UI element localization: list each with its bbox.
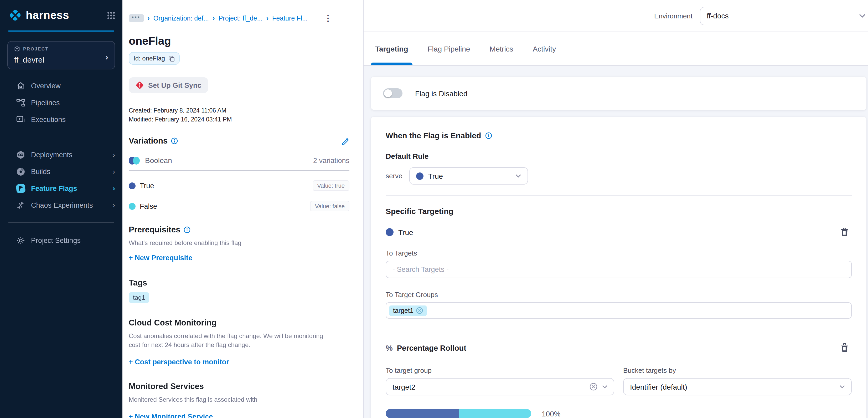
to-targets-label: To Targets [386,249,852,257]
rollout-distribution-row: 100% [386,409,852,418]
flag-state-label: Flag is Disabled [415,89,467,97]
clear-selection-icon[interactable] [590,383,597,391]
breadcrumb-ellipsis-icon[interactable]: ••• [129,14,144,22]
copy-icon[interactable] [168,55,175,62]
variation-name: True [140,182,154,189]
boolean-variation-icon [129,156,140,164]
flag-enabled-toggle[interactable] [383,88,402,98]
rollout-total-percent: 100% [542,409,561,418]
false-variation-dot-icon [129,203,135,210]
chevron-right-icon: › [147,14,150,22]
info-icon[interactable] [485,132,492,139]
environment-label: Environment [654,12,692,20]
sidebar-item-deployments[interactable]: Deployments › [0,146,122,163]
sidebar-item-label: Chaos Experiments [31,201,93,209]
chevron-right-icon: › [113,150,115,159]
delete-rollout-trash-icon[interactable] [841,344,848,352]
enabled-heading: When the Flag is Enabled [386,131,481,140]
prerequisites-description: What's required before enabling this fla… [129,239,336,248]
deployments-icon [16,150,25,159]
environment-panel: Environment ff-docs Targeting Flag Pipel… [364,0,868,418]
breadcrumb: ••• › Organization: def... › Project: ff… [129,14,349,22]
breadcrumb-feature-flags-link[interactable]: Feature Fl... [272,14,308,22]
delete-targeting-trash-icon[interactable] [841,228,848,237]
new-monitored-service-link[interactable]: + New Monitored Service [129,413,213,418]
chevron-right-icon: › [266,14,269,22]
tab-activity[interactable]: Activity [533,32,556,65]
breadcrumb-organization-link[interactable]: Organization: def... [153,14,209,22]
divider [386,195,852,196]
chevron-right-icon: › [213,14,215,22]
sidebar-item-label: Overview [31,82,61,90]
remove-chip-icon[interactable] [416,307,423,314]
sidebar-divider [8,137,114,137]
tab-metrics[interactable]: Metrics [490,32,513,65]
sidebar-item-feature-flags[interactable]: Feature Flags › [0,180,122,197]
set-up-git-sync-button[interactable]: Set Up Git Sync [129,77,208,93]
serve-label: serve [386,172,402,180]
sidebar-item-builds[interactable]: Builds › [0,163,122,180]
edit-variations-pencil-icon[interactable] [341,137,349,145]
chevron-down-icon [840,385,845,389]
percent-icon: % [386,344,393,352]
true-variation-dot-icon [386,228,394,236]
git-icon [135,81,144,89]
breadcrumb-project-link[interactable]: Project: ff_de... [219,14,263,22]
rollout-distribution-bar [386,409,531,418]
new-prerequisite-link[interactable]: + New Prerequisite [129,254,192,262]
sidebar-item-pipelines[interactable]: Pipelines [0,94,122,111]
environment-header: Environment ff-docs [364,0,868,32]
project-selector[interactable]: PROJECT ff_devrel › [7,41,115,69]
sidebar: harness PROJECT [0,0,122,418]
info-icon[interactable] [183,226,191,234]
info-icon[interactable] [171,137,178,145]
more-options-kebab-icon[interactable]: ⋮ [324,14,332,22]
sidebar-item-overview[interactable]: Overview [0,77,122,94]
specific-targeting-variation-row: True [386,228,852,237]
targeting-rules-card: When the Flag is Enabled Default Rule se… [371,117,866,418]
variation-value-chip: Value: true [312,180,349,191]
default-rule-label: Default Rule [386,152,852,160]
sidebar-item-label: Executions [31,115,66,123]
variation-row: True Value: true [129,180,349,191]
cost-perspective-link[interactable]: + Cost perspective to monitor [129,358,229,366]
created-date: Created: February 8, 2024 11:06 AM [129,107,349,114]
app-window: harness PROJECT [0,0,868,418]
search-targets-input[interactable] [386,261,852,278]
environment-value: ff-docs [707,11,729,20]
false-share-segment [459,409,531,418]
chevron-right-icon: › [113,184,115,192]
chevron-right-icon: › [105,52,108,63]
sidebar-item-chaos-experiments[interactable]: Chaos Experiments › [0,197,122,213]
app-grid-icon[interactable] [107,11,115,19]
environment-select[interactable]: ff-docs [700,6,868,25]
tab-flag-pipeline[interactable]: Flag Pipeline [428,32,470,65]
git-sync-label: Set Up Git Sync [148,81,202,89]
to-target-group-label: To target group [386,366,614,375]
true-variation-dot-icon [129,182,135,189]
sidebar-item-project-settings[interactable]: Project Settings [0,232,122,249]
rollout-target-group-value: target2 [393,383,415,391]
rollout-target-group-select[interactable]: target2 [386,378,614,395]
sidebar-item-label: Project Settings [31,236,81,244]
tag-chip: tag1 [129,292,150,303]
sidebar-accent-divider [8,30,114,32]
flag-tabs: Targeting Flag Pipeline Metrics Activity [364,32,868,66]
true-variation-dot-icon [416,172,424,180]
target-groups-input[interactable]: target1 [386,302,852,319]
bucket-targets-by-select[interactable]: Identifier (default) [623,378,852,395]
chevron-down-icon [859,14,865,18]
harness-logo-icon[interactable] [8,8,22,22]
divider [386,332,852,332]
default-serve-select[interactable]: True [409,167,528,184]
tab-targeting[interactable]: Targeting [375,32,408,65]
sidebar-item-label: Pipelines [31,98,60,107]
sidebar-item-executions[interactable]: Executions [0,111,122,128]
variation-type-row: Boolean 2 variations [129,156,349,165]
brand-name[interactable]: harness [26,9,69,22]
feature-flags-icon [16,184,25,193]
flag-id-chip[interactable]: Id: oneFlag [129,52,180,65]
chevron-right-icon: › [113,201,115,209]
prerequisites-heading: Prerequisites [129,225,180,235]
sidebar-item-label: Feature Flags [31,184,77,192]
